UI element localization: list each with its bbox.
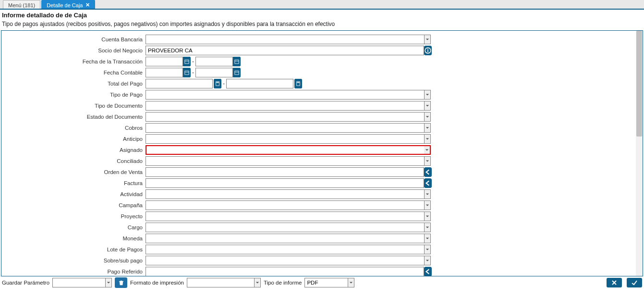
label-campana: Campaña <box>1 202 146 208</box>
label-estado-documento: Estado del Documento <box>1 114 146 120</box>
tipo-pago-combo[interactable] <box>146 90 424 100</box>
calculator-icon[interactable] <box>294 79 302 88</box>
chevron-down-icon[interactable] <box>424 245 431 254</box>
total-pago-from[interactable] <box>146 79 213 88</box>
chevron-down-icon[interactable] <box>254 278 261 287</box>
arrow-left-icon[interactable] <box>424 178 432 188</box>
chevron-down-icon[interactable] <box>424 223 431 232</box>
socio-negocio-info-icon[interactable] <box>424 46 432 55</box>
chevron-down-icon[interactable] <box>424 101 431 111</box>
svg-point-1 <box>427 49 428 50</box>
label-asignado: Asignado <box>1 147 146 153</box>
close-icon[interactable]: ✕ <box>85 2 90 8</box>
moneda-combo[interactable] <box>146 234 424 243</box>
lote-pagos-combo[interactable] <box>146 245 424 254</box>
label-factura: Factura <box>1 180 146 186</box>
chevron-down-icon[interactable] <box>424 90 431 100</box>
chevron-down-icon[interactable] <box>424 112 431 122</box>
sobre-sub-pago-combo[interactable] <box>146 256 424 265</box>
chevron-down-icon[interactable] <box>424 256 431 265</box>
arrow-left-icon[interactable] <box>424 167 432 177</box>
asignado-combo[interactable] <box>146 145 424 155</box>
chevron-down-icon[interactable] <box>424 200 431 210</box>
range-sep: - <box>221 80 226 87</box>
chevron-down-icon[interactable] <box>424 134 431 144</box>
x-icon <box>611 279 618 286</box>
conciliado-combo[interactable] <box>146 156 424 166</box>
page-subtitle: Tipo de pagos ajustados (recibos positiv… <box>2 21 642 27</box>
tab-strip: Menú (181) Detalle de Caja ✕ <box>0 0 644 10</box>
svg-rect-3 <box>185 60 189 64</box>
label-conciliado: Conciliado <box>1 158 146 164</box>
vertical-scrollbar[interactable] <box>636 31 643 276</box>
cancel-button[interactable] <box>607 278 622 287</box>
label-anticipo: Anticipo <box>1 136 146 142</box>
cargo-combo[interactable] <box>146 223 424 232</box>
actividad-combo[interactable] <box>146 189 424 199</box>
chevron-down-icon[interactable] <box>424 212 431 221</box>
campana-combo[interactable] <box>146 200 424 210</box>
page-title: Informe detallado de de Caja <box>2 12 642 19</box>
factura-input[interactable] <box>146 178 424 188</box>
arrow-left-icon[interactable] <box>424 267 432 276</box>
tab-menu-label: Menú (181) <box>8 2 35 8</box>
label-tipo-documento: Tipo de Documento <box>1 103 146 109</box>
estado-documento-combo[interactable] <box>146 112 424 122</box>
calendar-icon[interactable] <box>183 68 191 77</box>
label-actividad: Actividad <box>1 191 146 197</box>
proyecto-combo[interactable] <box>146 212 424 221</box>
label-proyecto: Proyecto <box>1 213 146 219</box>
chevron-down-icon[interactable] <box>424 145 431 155</box>
label-pago-referido: Pago Referido <box>1 269 146 274</box>
check-icon <box>631 279 638 286</box>
tab-detalle-caja[interactable]: Detalle de Caja ✕ <box>41 0 95 9</box>
orden-venta-input[interactable] <box>146 167 424 177</box>
tab-menu[interactable]: Menú (181) <box>3 0 40 9</box>
chevron-down-icon[interactable] <box>424 156 431 166</box>
tipo-informe-combo[interactable] <box>304 278 348 287</box>
label-tipo-pago: Tipo de Pago <box>1 92 146 98</box>
label-socio-negocio: Socio del Negocio <box>1 48 146 53</box>
cuenta-bancaria-combo[interactable] <box>146 35 424 44</box>
svg-rect-2 <box>427 50 428 52</box>
cobros-combo[interactable] <box>146 123 424 133</box>
guardar-parametro-combo[interactable] <box>52 278 105 287</box>
tipo-documento-combo[interactable] <box>146 101 424 111</box>
svg-rect-9 <box>235 71 239 75</box>
chevron-down-icon[interactable] <box>424 234 431 243</box>
svg-rect-5 <box>235 60 239 64</box>
pago-referido-input[interactable] <box>146 267 424 276</box>
label-fecha-contable: Fecha Contable <box>1 70 146 75</box>
socio-negocio-input[interactable] <box>146 46 424 55</box>
anticipo-combo[interactable] <box>146 134 424 144</box>
chevron-down-icon[interactable] <box>424 35 431 44</box>
fecha-trans-from[interactable] <box>146 57 183 66</box>
label-formato-impresion: Formato de impresión <box>130 280 184 286</box>
calendar-icon[interactable] <box>233 57 241 66</box>
label-orden-venta: Orden de Venta <box>1 169 146 175</box>
range-sep: - <box>191 58 195 65</box>
chevron-down-icon[interactable] <box>105 278 112 287</box>
label-moneda: Moneda <box>1 236 146 241</box>
calendar-icon[interactable] <box>183 57 191 66</box>
calendar-icon[interactable] <box>233 68 241 77</box>
calculator-icon[interactable] <box>214 79 221 88</box>
delete-parameter-button[interactable] <box>115 277 127 288</box>
scrollbar-thumb[interactable] <box>636 31 642 137</box>
svg-rect-12 <box>217 82 219 83</box>
label-lote-pagos: Lote de Pagos <box>1 247 146 252</box>
confirm-button[interactable] <box>627 278 642 287</box>
label-cobros: Cobros <box>1 125 146 131</box>
title-block: Informe detallado de de Caja Tipo de pag… <box>0 10 644 30</box>
fecha-cont-to[interactable] <box>195 68 233 77</box>
label-sobre-sub-pago: Sobre/sub pago <box>1 258 146 263</box>
chevron-down-icon[interactable] <box>348 278 354 287</box>
total-pago-to[interactable] <box>226 79 293 88</box>
chevron-down-icon[interactable] <box>424 189 431 199</box>
chevron-down-icon[interactable] <box>424 123 431 133</box>
fecha-cont-from[interactable] <box>146 68 183 77</box>
formato-impresion-combo[interactable] <box>187 278 254 287</box>
footer-bar: Guardar Parámetro Formato de impresión T… <box>0 276 644 289</box>
fecha-trans-to[interactable] <box>195 57 233 66</box>
label-cargo: Cargo <box>1 224 146 230</box>
